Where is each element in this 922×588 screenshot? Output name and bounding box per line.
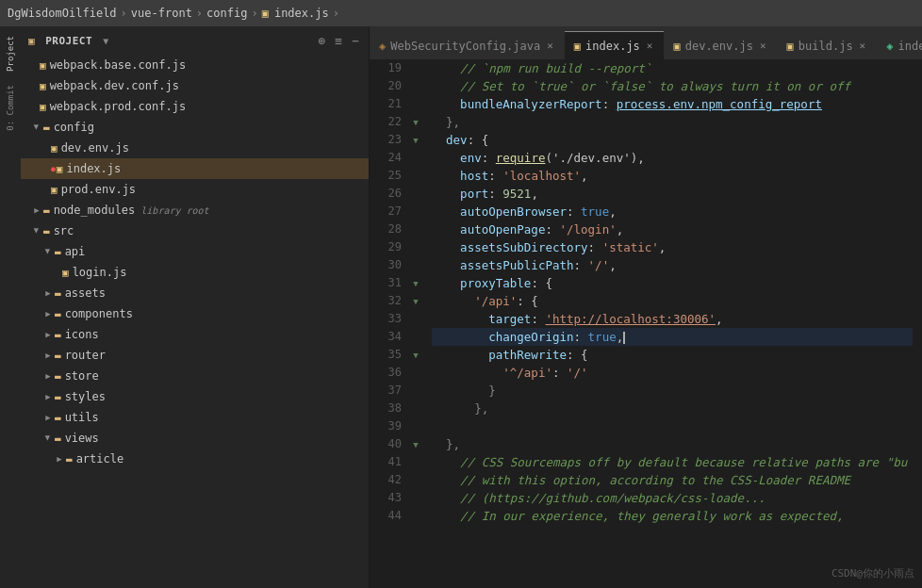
gutter-item [409, 77, 422, 95]
left-tab-project[interactable]: Project [4, 30, 17, 77]
file-dev-env[interactable]: ▣ dev.env.js [21, 138, 369, 158]
line-number: 39 [370, 417, 402, 435]
code-line: port: 9521, [432, 185, 913, 203]
code-line: target: 'http://localhost:30006', [432, 310, 913, 328]
folder-src[interactable]: ▶ ▬ src [21, 220, 369, 241]
line-number: 30 [370, 256, 402, 274]
fold-icon[interactable]: ▼ [413, 440, 418, 449]
folder-icon: ▬ [55, 370, 61, 383]
folder-article[interactable]: ▶ ▬ article [21, 449, 369, 469]
line-number: 33 [370, 310, 402, 328]
code-line: }, [432, 435, 913, 453]
tab-icon-js: ▣ [574, 40, 581, 53]
tab-websecurity[interactable]: ◈ WebSecurityConfig.java ✕ [370, 31, 565, 59]
code-line: // `npm run build --report` [432, 59, 913, 77]
breadcrumb-file[interactable]: index.js [274, 7, 329, 20]
folder-icon: ▬ [43, 225, 50, 237]
code-line: autoOpenBrowser: true, [432, 203, 913, 220]
breadcrumb-vuefront[interactable]: vue-front [131, 7, 192, 20]
folder-arrow-collapsed: ▶ [41, 328, 55, 341]
gutter-item [409, 167, 422, 185]
code-line: assetsSubDirectory: 'static', [432, 238, 913, 256]
tab-icon-java: ◈ [379, 40, 386, 53]
code-content[interactable]: // `npm run build --report` // Set to `t… [422, 59, 922, 588]
left-tab-commit[interactable]: 0: Commit [4, 79, 17, 137]
file-index-js[interactable]: ● ▣ index.js [21, 158, 369, 179]
tab-indexvue[interactable]: ◈ index.vue ✕ [877, 31, 922, 59]
gutter-item [409, 95, 422, 113]
fold-icon[interactable]: ▼ [413, 279, 418, 288]
file-webpack-dev[interactable]: ▣ webpack.dev.conf.js [21, 75, 369, 96]
folder-config[interactable]: ▶ ▬ config [21, 117, 369, 138]
folder-components[interactable]: ▶ ▬ components [21, 303, 369, 324]
folder-node-modules[interactable]: ▶ ▬ node_modules library root [21, 200, 369, 220]
file-icon-js: ▣ [40, 101, 46, 113]
code-line: }, [432, 113, 913, 131]
folder-icon: ▬ [55, 350, 61, 362]
fold-icon[interactable]: ▼ [413, 297, 418, 306]
gutter-item: ▼ [409, 435, 422, 453]
folder-utils[interactable]: ▶ ▬ utils [21, 407, 369, 428]
tab-close-indexjs[interactable]: ✕ [645, 39, 655, 53]
gutter-item [409, 489, 422, 507]
folder-arrow: ▶ [30, 121, 43, 134]
line-number: 44 [370, 507, 402, 525]
line-number: 38 [370, 400, 402, 417]
breadcrumb-config[interactable]: config [206, 7, 247, 20]
line-number: 20 [370, 77, 402, 95]
folder-arrow-collapsed: ▶ [30, 204, 43, 217]
fold-icon[interactable]: ▼ [413, 136, 418, 145]
line-number: 35 [370, 346, 402, 364]
file-webpack-base[interactable]: ▣ webpack.base.conf.js [21, 55, 369, 75]
folder-icon: ▬ [55, 412, 61, 424]
tab-close-devenv[interactable]: ✕ [758, 39, 768, 53]
line-number: 19 [370, 59, 402, 77]
gutter-item [409, 382, 422, 400]
tab-close-websecurity[interactable]: ✕ [545, 39, 555, 53]
code-line: env: require('./dev.env'), [432, 149, 913, 167]
folder-api[interactable]: ▶ ▬ api [21, 241, 369, 262]
file-prod-env[interactable]: ▣ prod.env.js [21, 179, 369, 200]
tab-devenv[interactable]: ▣ dev.env.js ✕ [664, 31, 777, 59]
tab-icon-vue: ◈ [886, 40, 893, 53]
fold-icon[interactable]: ▼ [413, 118, 418, 127]
folder-assets[interactable]: ▶ ▬ assets [21, 283, 369, 303]
folder-arrow: ▶ [41, 432, 55, 445]
line-number: 26 [370, 185, 402, 203]
line-number: 37 [370, 382, 402, 400]
code-line: // CSS Sourcemaps off by default because… [432, 453, 913, 471]
folder-store[interactable]: ▶ ▬ store [21, 366, 369, 386]
folder-icon: ▬ [55, 391, 61, 403]
folder-icons[interactable]: ▶ ▬ icons [21, 324, 369, 345]
folder-views[interactable]: ▶ ▬ views [21, 428, 369, 449]
library-root-badge: library root [140, 205, 208, 216]
gutter-item: ▼ [409, 346, 422, 364]
code-line: assetsPublicPath: '/', [432, 256, 913, 274]
file-login-js[interactable]: ▣ login.js [21, 262, 369, 283]
line-number: 40 [370, 435, 402, 453]
gutter-item: ▼ [409, 113, 422, 131]
main-layout: Project 0: Commit ▣ Project ▼ ⊕ ≡ − ▣ we… [0, 26, 922, 588]
gutter-item [409, 507, 422, 525]
folder-arrow-collapsed: ▶ [53, 452, 66, 466]
tab-buildjs[interactable]: ▣ build.js ✕ [778, 31, 878, 59]
code-line: dev: { [432, 131, 913, 149]
line-number: 27 [370, 203, 402, 220]
gutter-item [409, 220, 422, 238]
breadcrumb-project[interactable]: DgWisdomOilfield [8, 7, 117, 20]
folder-router[interactable]: ▶ ▬ router [21, 345, 369, 366]
folder-icon: ▬ [66, 453, 73, 466]
folder-styles[interactable]: ▶ ▬ styles [21, 386, 369, 407]
sidebar-action-add[interactable]: ⊕ [317, 33, 328, 49]
tab-close-buildjs[interactable]: ✕ [858, 39, 868, 53]
sidebar-action-minimize[interactable]: − [350, 33, 361, 49]
fold-icon[interactable]: ▼ [413, 351, 418, 360]
gutter-item [409, 328, 422, 346]
sidebar-action-menu[interactable]: ≡ [333, 33, 344, 49]
line-number: 23 [370, 131, 402, 149]
code-line: }, [432, 400, 913, 417]
line-number: 25 [370, 167, 402, 185]
file-webpack-prod[interactable]: ▣ webpack.prod.conf.js [21, 96, 369, 117]
tab-indexjs[interactable]: ▣ index.js ✕ [565, 31, 665, 59]
code-line: '/api': { [432, 292, 913, 310]
